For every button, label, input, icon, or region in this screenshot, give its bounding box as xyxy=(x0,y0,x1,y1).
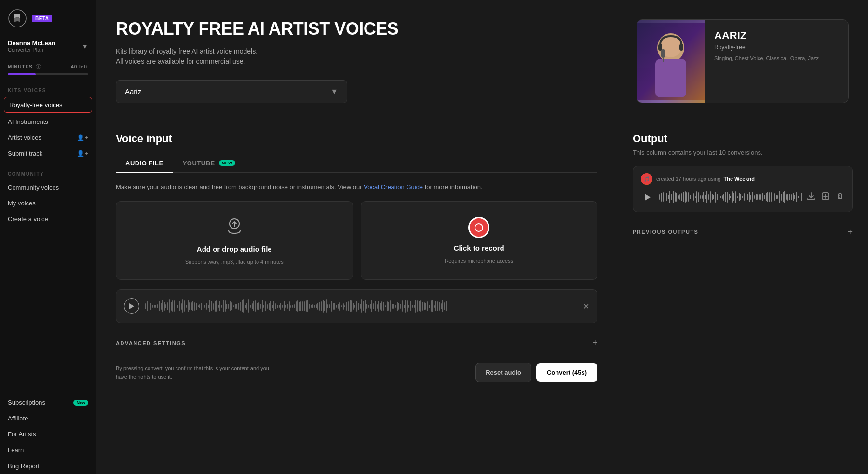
minutes-label: MINUTES ⓘ 40 left xyxy=(8,63,88,70)
record-title: Click to record xyxy=(454,244,504,252)
user-name: Deanna McLean xyxy=(8,40,55,47)
voice-selector[interactable]: Aariz ▼ xyxy=(116,80,347,103)
hero-title: ROYALTY FREE AI ARTIST VOICES xyxy=(116,19,617,39)
minutes-section: MINUTES ⓘ 40 left xyxy=(0,59,96,83)
sidebar-item-bug-report[interactable]: Bug Report xyxy=(0,458,96,474)
voice-input-title: Voice input xyxy=(116,133,597,145)
track-avatar: 🎵 xyxy=(641,173,652,185)
bottom-area: Voice input AUDIO FILE YOUTUBE New Make … xyxy=(96,118,868,474)
svg-rect-7 xyxy=(658,44,662,51)
output-track: 🎵 created 17 hours ago using The Weeknd xyxy=(633,166,853,212)
add-audio-subtitle: Supports .wav, .mp3, .flac up to 4 minut… xyxy=(185,259,284,265)
add-audio-card[interactable]: Add or drop audio file Supports .wav, .m… xyxy=(116,201,353,280)
output-waveform-visual xyxy=(659,190,802,205)
copy-link-button[interactable] xyxy=(836,192,844,203)
sidebar-item-royalty-free[interactable]: Royalty-free voices xyxy=(4,97,92,113)
logo-area: BETA xyxy=(0,0,96,35)
add-artist-icon: 👤+ xyxy=(77,134,88,141)
svg-text:🎵: 🎵 xyxy=(644,176,650,182)
audio-waveform-visual xyxy=(145,298,577,315)
section-kits-voices: KITS VOICES xyxy=(0,83,96,96)
output-subtitle: This column contains your last 10 conver… xyxy=(633,149,853,156)
user-profile[interactable]: Deanna McLean Converter Plan ▼ xyxy=(0,35,96,59)
sidebar-item-learn[interactable]: Learn xyxy=(0,442,96,458)
download-button[interactable] xyxy=(807,192,815,203)
audio-waveform-bar: ✕ xyxy=(116,289,597,323)
artist-tags: Singing, Chest Voice, Classical, Opera, … xyxy=(714,54,839,63)
output-track-header: 🎵 created 17 hours ago using The Weeknd xyxy=(641,173,844,185)
svg-rect-3 xyxy=(655,59,686,97)
info-icon: ⓘ xyxy=(36,63,41,70)
prev-outputs-label: PREVIOUS OUTPUTS xyxy=(633,229,698,235)
artist-photo-svg xyxy=(637,23,705,100)
advanced-settings-toggle[interactable]: ADVANCED SETTINGS + xyxy=(116,331,597,355)
section-community: COMMUNITY xyxy=(0,166,96,179)
output-play-button[interactable] xyxy=(641,190,654,204)
record-subtitle: Requires microphone access xyxy=(445,258,513,264)
track-artist-name: The Weeknd xyxy=(723,176,755,182)
hero-subtitle: Kits library of royalty free AI artist v… xyxy=(116,46,617,67)
minutes-bar-fill xyxy=(8,73,36,75)
output-title: Output xyxy=(633,133,853,145)
output-waveform xyxy=(641,190,844,205)
hero-left: ROYALTY FREE AI ARTIST VOICES Kits libra… xyxy=(116,19,617,103)
add-audio-title: Add or drop audio file xyxy=(197,245,272,253)
record-icon xyxy=(468,217,489,238)
sidebar-item-artist-voices[interactable]: Artist voices 👤+ xyxy=(0,130,96,146)
track-created-text: created 17 hours ago using The Weeknd xyxy=(656,176,755,182)
reset-audio-button[interactable]: Reset audio xyxy=(475,363,531,382)
prev-outputs-plus-icon: + xyxy=(847,227,853,237)
sidebar-item-create-voice[interactable]: Create a voice xyxy=(0,211,96,227)
beta-badge: BETA xyxy=(32,15,52,22)
convert-info-text: By pressing convert, you confirm that th… xyxy=(116,365,270,380)
close-audio-button[interactable]: ✕ xyxy=(583,302,589,311)
main-content: ROYALTY FREE AI ARTIST VOICES Kits libra… xyxy=(96,0,868,474)
sidebar-item-my-voices[interactable]: My voices xyxy=(0,195,96,211)
sidebar: BETA Deanna McLean Converter Plan ▼ MINU… xyxy=(0,0,96,474)
audio-cards: Add or drop audio file Supports .wav, .m… xyxy=(116,201,597,280)
svg-rect-5 xyxy=(661,49,665,58)
sidebar-item-submit-track[interactable]: Submit track 👤+ xyxy=(0,146,96,162)
sidebar-item-community-voices[interactable]: Community voices xyxy=(0,179,96,195)
record-audio-card[interactable]: Click to record Requires microphone acce… xyxy=(361,201,598,280)
artist-info: AARIZ Royalty-free Singing, Chest Voice,… xyxy=(705,20,848,103)
sidebar-item-affiliate[interactable]: Affiliate xyxy=(0,410,96,426)
advanced-settings-label: ADVANCED SETTINGS xyxy=(116,340,186,346)
voice-input-tabs: AUDIO FILE YOUTUBE New xyxy=(116,155,597,173)
tab-audio-file[interactable]: AUDIO FILE xyxy=(116,155,173,173)
vocal-creation-guide-link[interactable]: Vocal Creation Guide xyxy=(364,183,423,190)
user-info: Deanna McLean Converter Plan xyxy=(8,40,55,53)
advanced-settings-plus-icon: + xyxy=(592,338,597,348)
minutes-bar xyxy=(8,73,88,75)
voice-selector-value: Aariz xyxy=(125,87,141,95)
kits-logo-icon xyxy=(8,9,27,28)
convert-footer: By pressing convert, you confirm that th… xyxy=(116,355,597,382)
user-chevron-icon: ▼ xyxy=(81,42,88,50)
voice-input-panel: Voice input AUDIO FILE YOUTUBE New Make … xyxy=(96,118,617,474)
artist-name: AARIZ xyxy=(714,29,839,42)
previous-outputs-toggle[interactable]: PREVIOUS OUTPUTS + xyxy=(633,220,853,244)
artist-type: Royalty-free xyxy=(714,44,839,51)
subscriptions-badge: New xyxy=(73,400,88,406)
artist-card: AARIZ Royalty-free Singing, Chest Voice,… xyxy=(637,19,849,103)
add-to-library-button[interactable] xyxy=(821,192,830,203)
minutes-count: 40 left xyxy=(71,64,88,69)
voice-guide-text: Make sure your audio is clear and free f… xyxy=(116,182,597,192)
user-plan: Converter Plan xyxy=(8,47,55,53)
audio-play-button[interactable] xyxy=(124,298,139,314)
sidebar-item-subscriptions[interactable]: Subscriptions New xyxy=(0,394,96,410)
artist-image xyxy=(637,20,705,103)
add-track-icon: 👤+ xyxy=(77,150,88,157)
youtube-new-badge: New xyxy=(219,160,236,166)
svg-rect-8 xyxy=(679,44,683,51)
selector-chevron-icon: ▼ xyxy=(330,87,338,96)
output-panel: Output This column contains your last 10… xyxy=(617,118,868,474)
output-actions xyxy=(807,192,844,203)
upload-icon xyxy=(225,216,244,239)
hero-section: ROYALTY FREE AI ARTIST VOICES Kits libra… xyxy=(96,0,868,118)
convert-button[interactable]: Convert (45s) xyxy=(536,363,597,382)
sidebar-item-for-artists[interactable]: For Artists xyxy=(0,426,96,442)
sidebar-item-ai-instruments[interactable]: AI Instruments xyxy=(0,114,96,130)
tab-youtube[interactable]: YOUTUBE New xyxy=(173,155,245,173)
convert-buttons: Reset audio Convert (45s) xyxy=(475,363,597,382)
